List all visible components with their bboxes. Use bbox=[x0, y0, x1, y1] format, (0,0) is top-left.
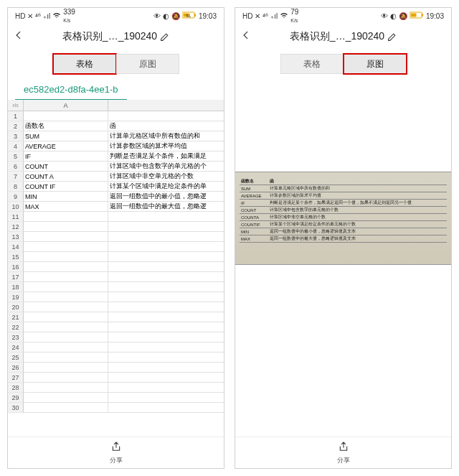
cell-a[interactable] bbox=[24, 242, 108, 252]
table-row[interactable]: 5IF判断是否满足某个条件，如果满足 bbox=[8, 151, 224, 162]
row-header[interactable]: 21 bbox=[8, 312, 24, 322]
cell-b[interactable] bbox=[108, 272, 224, 282]
table-row[interactable]: 8COUNT IF计算某个区域中满足给定条件的单 bbox=[8, 182, 224, 192]
cell-b[interactable] bbox=[108, 393, 224, 403]
table-row[interactable]: 6COUNT计算区域中包含数字的单元格的个 bbox=[8, 162, 224, 172]
table-row[interactable]: 9MIN返回一组数值中的最小值，忽略逻 bbox=[8, 192, 224, 202]
table-row[interactable]: 10MAX返回一组数值中的最大值，忽略逻 bbox=[8, 202, 224, 212]
row-header[interactable]: 4 bbox=[8, 141, 24, 151]
row-header[interactable]: 25 bbox=[8, 353, 24, 363]
table-row[interactable]: 24 bbox=[8, 342, 224, 353]
cell-b[interactable] bbox=[108, 373, 224, 383]
cell-a[interactable]: IF bbox=[24, 151, 108, 162]
row-header[interactable]: 3 bbox=[8, 131, 24, 141]
cell-a[interactable] bbox=[24, 342, 108, 353]
row-header[interactable]: 16 bbox=[8, 262, 24, 272]
cell-b[interactable] bbox=[108, 322, 224, 332]
cell-b[interactable]: 计算参数区域的算术平均值 bbox=[108, 141, 224, 151]
cell-a[interactable]: COUNT A bbox=[24, 172, 108, 182]
table-row[interactable]: 3SUM计算单元格区域中所有数值的和 bbox=[8, 131, 224, 141]
row-header[interactable]: 15 bbox=[8, 252, 24, 262]
cell-b[interactable] bbox=[108, 292, 224, 302]
cell-a[interactable] bbox=[24, 312, 108, 322]
table-row[interactable]: 29 bbox=[8, 393, 224, 403]
table-row[interactable]: 20 bbox=[8, 302, 224, 312]
row-header[interactable]: 23 bbox=[8, 332, 24, 342]
cell-a[interactable] bbox=[24, 232, 108, 242]
cell-a[interactable]: COUNT bbox=[24, 162, 108, 172]
tab-table[interactable]: 表格 bbox=[280, 54, 344, 74]
back-button[interactable] bbox=[14, 30, 24, 43]
cell-a[interactable]: COUNT IF bbox=[24, 182, 108, 192]
sheet-name-tab[interactable]: ec582ed2-d8fa-4ee1-b bbox=[15, 80, 127, 101]
table-row[interactable]: 18 bbox=[8, 282, 224, 292]
cell-a[interactable] bbox=[24, 222, 108, 232]
cell-b[interactable] bbox=[108, 252, 224, 262]
row-header[interactable]: 9 bbox=[8, 192, 24, 202]
cell-b[interactable] bbox=[108, 403, 224, 413]
cell-a[interactable]: MIN bbox=[24, 192, 108, 202]
cell-a[interactable] bbox=[24, 383, 108, 393]
cell-a[interactable] bbox=[24, 282, 108, 292]
row-header[interactable]: 19 bbox=[8, 292, 24, 302]
cell-b[interactable]: 判断是否满足某个条件，如果满足 bbox=[108, 151, 224, 162]
cell-a[interactable] bbox=[24, 322, 108, 332]
table-row[interactable]: 22 bbox=[8, 322, 224, 332]
table-row[interactable]: 13 bbox=[8, 232, 224, 242]
row-header[interactable]: 27 bbox=[8, 373, 24, 383]
table-row[interactable]: 4AVERAGE计算参数区域的算术平均值 bbox=[8, 141, 224, 151]
row-header[interactable]: 24 bbox=[8, 342, 24, 353]
cell-a[interactable] bbox=[24, 332, 108, 342]
cell-a[interactable] bbox=[24, 373, 108, 383]
row-header[interactable]: 14 bbox=[8, 242, 24, 252]
cell-a[interactable] bbox=[24, 212, 108, 222]
table-row[interactable]: 11 bbox=[8, 212, 224, 222]
table-row[interactable]: 15 bbox=[8, 252, 224, 262]
cell-b[interactable] bbox=[108, 332, 224, 342]
table-row[interactable]: 16 bbox=[8, 262, 224, 272]
cell-a[interactable] bbox=[24, 302, 108, 312]
cell-b[interactable] bbox=[108, 302, 224, 312]
table-row[interactable]: 1 bbox=[8, 111, 224, 121]
edit-icon[interactable] bbox=[160, 32, 169, 42]
row-header[interactable]: 11 bbox=[8, 212, 24, 222]
cell-a[interactable]: SUM bbox=[24, 131, 108, 141]
table-row[interactable]: 27 bbox=[8, 373, 224, 383]
cell-a[interactable]: AVERAGE bbox=[24, 141, 108, 151]
edit-icon[interactable] bbox=[387, 32, 397, 42]
table-row[interactable]: 2函数名函 bbox=[8, 121, 224, 131]
row-header[interactable]: 22 bbox=[8, 322, 24, 332]
table-row[interactable]: 14 bbox=[8, 242, 224, 252]
row-header[interactable]: 17 bbox=[8, 272, 24, 282]
share-button[interactable] bbox=[338, 441, 349, 455]
cell-b[interactable] bbox=[108, 262, 224, 272]
row-header[interactable]: 29 bbox=[8, 393, 24, 403]
table-row[interactable]: 19 bbox=[8, 292, 224, 302]
cell-b[interactable] bbox=[108, 353, 224, 363]
row-header[interactable]: 28 bbox=[8, 383, 24, 393]
cell-a[interactable] bbox=[24, 353, 108, 363]
table-row[interactable]: 17 bbox=[8, 272, 224, 282]
cell-b[interactable]: 函 bbox=[108, 121, 224, 131]
cell-b[interactable] bbox=[108, 222, 224, 232]
table-row[interactable]: 23 bbox=[8, 332, 224, 342]
cell-b[interactable]: 计算某个区域中满足给定条件的单 bbox=[108, 182, 224, 192]
row-header[interactable]: 2 bbox=[8, 121, 24, 131]
cell-a[interactable] bbox=[24, 393, 108, 403]
row-header[interactable]: 30 bbox=[8, 403, 24, 413]
row-header[interactable]: 1 bbox=[8, 111, 24, 121]
row-header[interactable]: 7 bbox=[8, 172, 24, 182]
cell-a[interactable] bbox=[24, 292, 108, 302]
cell-b[interactable] bbox=[108, 111, 224, 121]
cell-b[interactable] bbox=[108, 212, 224, 222]
cell-a[interactable] bbox=[24, 272, 108, 282]
table-row[interactable]: 25 bbox=[8, 353, 224, 363]
tab-original[interactable]: 原图 bbox=[116, 54, 179, 74]
cell-b[interactable] bbox=[108, 312, 224, 322]
cell-a[interactable]: 函数名 bbox=[24, 121, 108, 131]
row-header[interactable]: 18 bbox=[8, 282, 24, 292]
cell-b[interactable]: 返回一组数值中的最大值，忽略逻 bbox=[108, 202, 224, 212]
cell-a[interactable] bbox=[24, 363, 108, 373]
cell-b[interactable] bbox=[108, 242, 224, 252]
row-header[interactable]: 20 bbox=[8, 302, 24, 312]
